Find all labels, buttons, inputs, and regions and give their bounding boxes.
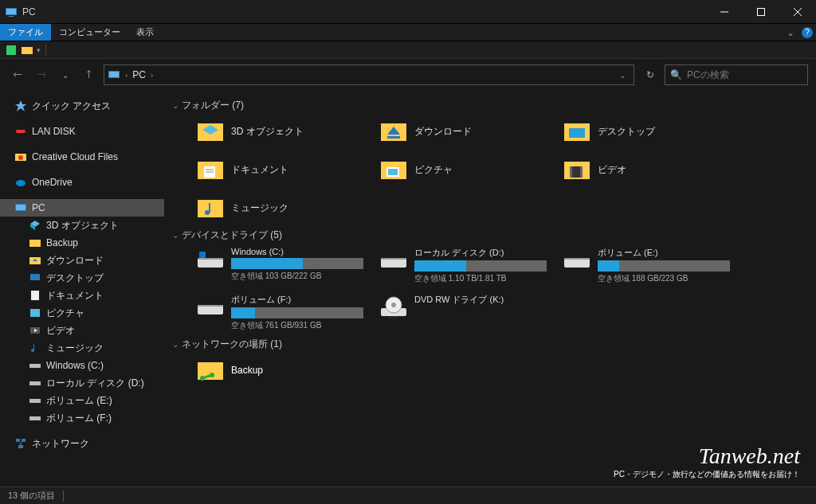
svg-rect-54: [570, 166, 572, 178]
desktop-icon: [29, 272, 41, 284]
sidebar-item-music[interactable]: ミュージック: [0, 339, 164, 357]
address-bar[interactable]: › PC › ⌄: [104, 64, 634, 85]
close-button[interactable]: [779, 0, 816, 24]
watermark: Tanweb.net PC・デジモノ・旅行などの価値ある情報をお届け！: [614, 443, 800, 480]
3d-objects-icon: [196, 117, 225, 146]
svg-rect-20: [29, 240, 41, 247]
drive-tile-f[interactable]: ボリューム (F:)空き領域 761 GB/931 GB: [196, 294, 379, 331]
sidebar-item-label: ピクチャ: [46, 307, 84, 320]
sidebar-item-drive-d[interactable]: ローカル ディスク (D:): [0, 374, 164, 392]
sidebar-item-pictures[interactable]: ピクチャ: [0, 304, 164, 322]
qat-dropdown-icon[interactable]: ▾: [37, 46, 41, 54]
sidebar-item-3d-objects[interactable]: 3D オブジェクト: [0, 217, 164, 234]
sidebar-item-pc[interactable]: PC: [0, 199, 164, 217]
window-title: PC: [22, 6, 706, 18]
network-location-backup[interactable]: Backup: [196, 356, 379, 385]
svg-rect-24: [31, 291, 39, 300]
sidebar-item-quick-access[interactable]: クイック アクセス: [0, 97, 164, 115]
folder-tile-documents[interactable]: ドキュメント: [196, 155, 379, 184]
svg-rect-30: [29, 364, 41, 368]
sidebar-item-label: Backup: [46, 237, 78, 248]
maximize-button[interactable]: [743, 0, 779, 24]
drive-tile-e[interactable]: ボリューム (E:)空き領域 188 GB/223 GB: [563, 247, 746, 284]
sidebar-item-label: ミュージック: [46, 342, 104, 355]
sidebar-item-creative-cloud[interactable]: Creative Cloud Files: [0, 148, 164, 166]
folder-tile-pictures[interactable]: ピクチャ: [379, 155, 563, 184]
svg-rect-55: [580, 166, 583, 178]
svg-rect-31: [29, 381, 41, 385]
group-header-label: ネットワークの場所 (1): [182, 338, 282, 351]
svg-rect-10: [109, 72, 119, 77]
tab-computer[interactable]: コンピューター: [51, 24, 128, 41]
group-header-drives[interactable]: ⌄ デバイスとドライブ (5): [172, 229, 808, 242]
sidebar-item-network[interactable]: ネットワーク: [0, 435, 164, 452]
svg-rect-42: [387, 136, 400, 139]
drive-name: Windows (C:): [231, 247, 363, 256]
qat-properties-icon[interactable]: [5, 44, 18, 57]
folder-tile-videos[interactable]: ビデオ: [563, 155, 746, 184]
desktop-icon: [563, 117, 591, 146]
drive-grid: Windows (C:)空き領域 103 GB/222 GB ローカル ディスク…: [196, 247, 808, 331]
nav-up-button[interactable]: 🡑: [80, 65, 99, 84]
nav-back-button[interactable]: 🡐: [8, 65, 27, 84]
svg-rect-44: [569, 128, 585, 138]
group-header-network[interactable]: ⌄ ネットワークの場所 (1): [172, 338, 808, 351]
svg-point-75: [210, 373, 214, 377]
sidebar-item-label: OneDrive: [32, 177, 73, 188]
sidebar-item-label: ボリューム (E:): [46, 394, 112, 408]
svg-rect-51: [388, 169, 398, 175]
qat-new-folder-icon[interactable]: [21, 44, 33, 57]
group-header-folders[interactable]: ⌄ フォルダー (7): [172, 99, 808, 112]
address-dropdown-icon[interactable]: ⌄: [614, 71, 630, 80]
sidebar-item-label: デスクトップ: [46, 272, 104, 285]
folder-tile-3d-objects[interactable]: 3D オブジェクト: [196, 117, 379, 146]
drive-tile-d[interactable]: ローカル ディスク (D:)空き領域 1.10 TB/1.81 TB: [379, 247, 563, 284]
folder-tile-music[interactable]: ミュージック: [196, 193, 379, 222]
tile-label: ドキュメント: [231, 163, 288, 177]
folder-tile-downloads[interactable]: ダウンロード: [379, 117, 563, 146]
sidebar-item-label: Creative Cloud Files: [32, 151, 118, 162]
navigation-pane: クイック アクセス LAN DISK Creative Cloud Files …: [0, 91, 164, 486]
chevron-down-icon: ⌄: [172, 101, 178, 110]
nav-forward-button[interactable]: 🡒: [32, 65, 51, 84]
svg-point-15: [16, 180, 26, 186]
refresh-button[interactable]: ↻: [641, 65, 660, 84]
nav-recent-dropdown[interactable]: ⌄: [56, 65, 75, 84]
sidebar-item-videos[interactable]: ビデオ: [0, 322, 164, 339]
sidebar-item-drive-f[interactable]: ボリューム (F:): [0, 409, 164, 427]
tab-view[interactable]: 表示: [128, 24, 162, 41]
sidebar-item-documents[interactable]: ドキュメント: [0, 287, 164, 304]
svg-rect-17: [16, 205, 26, 210]
network-icon: [14, 437, 27, 450]
minimize-button[interactable]: [706, 0, 743, 24]
help-button[interactable]: ?: [798, 24, 816, 41]
svg-rect-1: [6, 9, 16, 14]
tab-file[interactable]: ファイル: [0, 24, 51, 41]
sidebar-item-lan-disk[interactable]: LAN DISK: [0, 123, 164, 140]
sidebar-item-drive-e[interactable]: ボリューム (E:): [0, 392, 164, 409]
help-icon: ?: [802, 27, 813, 38]
search-icon: 🔍: [670, 69, 682, 80]
sidebar-item-backup[interactable]: Backup: [0, 234, 164, 252]
tile-label: 3D オブジェクト: [231, 125, 304, 139]
group-header-label: フォルダー (7): [182, 99, 244, 112]
ribbon-tabs: ファイル コンピューター 表示 ⌄ ?: [0, 24, 816, 41]
drive-tile-c[interactable]: Windows (C:)空き領域 103 GB/222 GB: [196, 247, 379, 284]
sidebar-item-downloads[interactable]: ダウンロード: [0, 252, 164, 269]
drive-name: ローカル ディスク (D:): [414, 247, 547, 259]
titlebar: PC: [0, 0, 816, 24]
ribbon-expand-icon[interactable]: ⌄: [783, 24, 798, 41]
sidebar-item-drive-c[interactable]: Windows (C:): [0, 357, 164, 374]
document-icon: [29, 289, 41, 302]
svg-rect-58: [209, 203, 210, 213]
svg-rect-23: [30, 274, 40, 280]
svg-rect-2: [9, 16, 14, 17]
drive-tile-dvd[interactable]: DVD DVD RW ドライブ (K:): [379, 294, 563, 331]
sidebar-item-onedrive[interactable]: OneDrive: [0, 174, 164, 191]
sidebar-item-desktop[interactable]: デスクトップ: [0, 269, 164, 287]
search-input[interactable]: 🔍 PCの検索: [665, 64, 808, 85]
chevron-down-icon: ⌄: [172, 231, 178, 240]
svg-rect-36: [18, 445, 23, 448]
capacity-bar: [414, 260, 547, 272]
folder-tile-desktop[interactable]: デスクトップ: [563, 117, 746, 146]
